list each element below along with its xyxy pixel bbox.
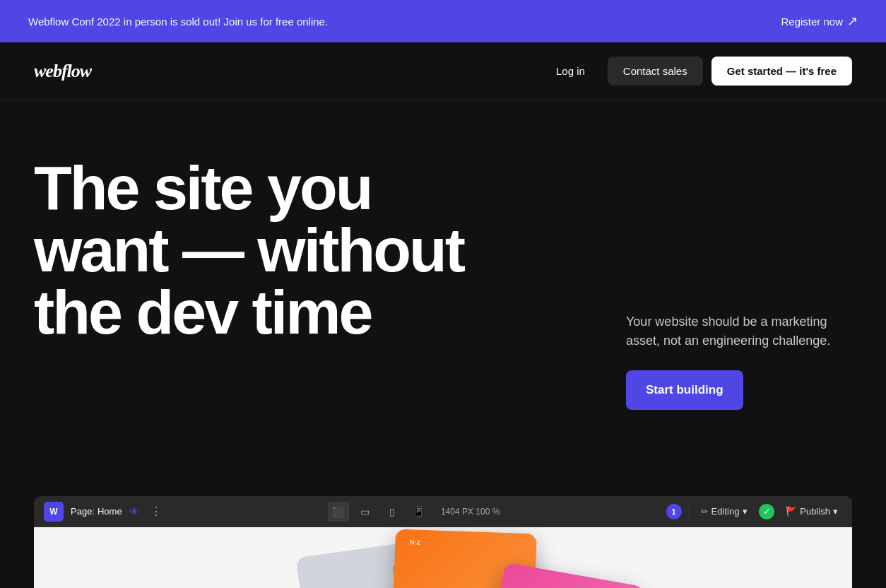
right-toolbar: 1 ✏ Editing ▾ ✓ 🚩 Publish ▾	[666, 503, 842, 519]
editing-chevron-icon: ▾	[743, 506, 748, 517]
pink-card: PointCe	[490, 563, 645, 588]
publish-chevron-icon: ▾	[833, 506, 838, 517]
hero-section: The site you want — without the dev time…	[0, 100, 886, 496]
publish-button[interactable]: 🚩 Publish ▾	[781, 503, 842, 519]
mobile-viewport-button[interactable]: 📱	[408, 502, 430, 522]
publish-icon: 🚩	[786, 506, 797, 517]
user-badge: 1	[666, 504, 682, 519]
publish-label: Publish	[800, 506, 830, 517]
desktop-viewport-button[interactable]: ⬛	[328, 502, 349, 522]
start-building-button[interactable]: Start building	[626, 370, 743, 410]
page-name: Home	[98, 506, 122, 517]
contact-sales-button[interactable]: Contact sales	[608, 57, 703, 86]
hero-subtext: Your website should be a marketing asset…	[626, 312, 852, 351]
banner-text: Webflow Conf 2022 in person is sold out!…	[28, 16, 328, 28]
login-button[interactable]: Log in	[542, 58, 599, 84]
page-indicator: Page: Home	[71, 506, 122, 517]
register-link[interactable]: Register now ↗	[781, 13, 858, 29]
card-orange-n2: N·2	[409, 538, 420, 546]
navbar: webflow Log in Contact sales Get started…	[0, 42, 886, 100]
page-text: Page:	[71, 506, 95, 517]
publish-status-icon: ✓	[759, 504, 774, 519]
canvas-area: N·2 PointCa PointCe W Made in Webflow	[34, 527, 852, 588]
editor-preview: W Page: Home 👁 ⋮ ⬛ ▭ ▯ 📱 1404 PX 100 % 1…	[34, 496, 852, 588]
webflow-logo-icon: W	[44, 502, 64, 522]
viewport-controls: ⬛ ▭ ▯ 📱 1404 PX 100 %	[169, 502, 659, 522]
tablet-landscape-viewport-button[interactable]: ▭	[355, 502, 376, 522]
headline-line2: want — without	[34, 219, 463, 281]
get-started-button[interactable]: Get started — it's free	[711, 57, 852, 86]
hero-headline: The site you want — without the dev time	[34, 157, 463, 343]
cards-container: N·2 PointCa PointCe	[34, 527, 852, 588]
tablet-portrait-viewport-button[interactable]: ▯	[382, 502, 403, 522]
editing-label: Editing	[711, 506, 740, 517]
nav-actions: Log in Contact sales Get started — it's …	[542, 57, 852, 86]
kebab-menu-icon[interactable]: ⋮	[150, 505, 162, 518]
editing-button[interactable]: ✏ Editing ▾	[697, 503, 752, 519]
editor-toolbar: W Page: Home 👁 ⋮ ⬛ ▭ ▯ 📱 1404 PX 100 % 1…	[34, 496, 852, 527]
register-label: Register now	[781, 16, 843, 28]
headline-line3: the dev time	[34, 281, 463, 343]
hero-right: Your website should be a marketing asset…	[626, 157, 852, 410]
register-arrow: ↗	[847, 13, 858, 29]
resolution-text: 1404 PX 100 %	[441, 507, 500, 517]
headline-line1: The site you	[34, 157, 463, 219]
pencil-icon: ✏	[701, 507, 708, 517]
announcement-banner: Webflow Conf 2022 in person is sold out!…	[0, 0, 886, 42]
divider	[689, 505, 690, 518]
hero-content: The site you want — without the dev time…	[34, 157, 852, 410]
logo: webflow	[34, 61, 91, 82]
eye-icon[interactable]: 👁	[129, 506, 139, 517]
